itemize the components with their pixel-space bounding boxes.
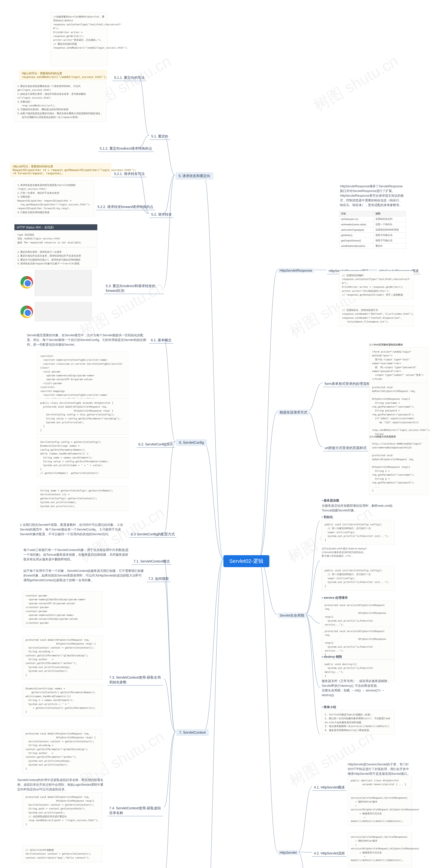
card-5-2-points: 1.请求转发是在服务器内部完成页面/Servlet的跳转(login_succe… [14,181,94,217]
node-6-2[interactable]: 6.2. ServletConfig演示 [137,441,175,448]
card-http-2: service(ServletRequest,ServletResponse) … [348,832,412,865]
node-5-2-1[interactable]: 5.2.1. 请求转发写法 [112,171,146,177]
table-cell: 设置响应状态码 [374,216,406,222]
node-5-1-1[interactable]: 5.1.1. 重定向的写法 [112,75,146,81]
table-cell: 获取字节输出流 [374,238,406,243]
life-t1: • 初始化 [322,515,333,519]
card-7-5a: // 在ServletA中放数据 ServletContext context … [23,845,102,862]
th-method: 方法 [339,211,374,216]
heading-ways-1: 2.1 Web应用服务器响应的整体 [369,343,414,346]
card-life-1: public void init(ServletConfig config){ … [322,520,395,545]
life-c3b: 服务器关闭（正常关闭），或应用从服务器移除，Servlet即执行destroy(… [322,679,395,698]
th-desc: 说明 [374,211,406,216]
text-6-intro: Servlet规范需要的对象。在Servlet规范中，允许为每个Servlet都… [27,333,146,347]
table-row: setStatus(int sc)设置响应状态码 [339,216,406,222]
card-http-1c: service(ServletRequest,ServletResponse) … [348,793,412,826]
branch-7[interactable]: 7. ServletContext [176,729,209,736]
table-cell: 获取字符输出流 [374,232,406,238]
life-t3: • destroy 销毁 [322,654,342,659]
http-404-banner: HTTP Status 404 – 未找到 [14,224,97,230]
table-row: getWriter()获取字符输出流 [339,232,406,238]
card-life-2b: protected void service(HttpServletReques… [322,627,395,659]
card-7-3c: Enumeration<String> names = getServletCo… [23,684,102,716]
card-6-d: String name = getServletConfig().getServ… [37,486,128,511]
card-ways-c: http://localhost:8080/web02/login?userna… [369,439,428,495]
branch-httpservlet[interactable]: HttpServlet [277,850,299,855]
node-6-3[interactable]: 6.3 ServletConfig的配置方式 [129,531,177,538]
card-5-top: //创建需要的Servlet继承HttpServlet，重写doGet/doPo… [50,12,107,66]
life-note1: 也可以在web.xml中通过<load-on-startup> 让Servlet… [322,547,395,558]
card-life-3: public void destroy(){ System.out.printl… [322,660,395,681]
card-5-compare: 1.重定向两次请求，请求转发只一次请求 2.重定向地址栏会发生改变，请求转发地址… [14,247,97,268]
table-row: setContentType(type)设置响应的MIME类型 [339,227,406,232]
table-cell: 重定向 [374,243,406,249]
note-5-forward-l1: //核心的写法：需要跳转到的位置 [13,165,53,168]
card-life-4: 1. Servlet对象是Tomcat创建的（反射）。 2. 默认第一次访问创建… [322,710,395,735]
card-7-3d: protected void doGet(HttpServletRequest … [23,729,102,773]
life-t4: • 简单小结 [322,705,336,710]
node-5-2[interactable]: 5.2. 请求转发 [149,212,174,218]
node-ways-form[interactable]: form表单形式登录的处理流程 [323,381,372,387]
card-life-1b: public void init(ServletConfig config){ … [322,566,395,591]
branch-response[interactable]: HttpServletResponse [277,268,314,273]
card-http-1b: public abstract class HttpServlet extend… [348,776,412,789]
root-node[interactable]: Servlet02-逻辑 [224,555,269,567]
table-cell: setContentType(type) [339,227,374,232]
heading-ways-2: 2.2 url拼接方式实现登录 [369,435,414,438]
branch-lifecycle[interactable]: Servlet生命周期 [277,613,306,619]
life-t0: • 服务器加载 [322,498,395,503]
life-t2: • service 处理请求 [322,595,348,600]
table-cell: getWriter() [339,232,374,238]
table-row: getOutputStream()获取字节输出流 [339,238,406,243]
life-t0b: 当服务器启动并加载部署的应用时，解析web.xml由Tomcat创建Servle… [322,503,395,513]
text-7-2: 由于每个应用中只有一个对象，ServletContext由服务器为我们创建，它不… [24,568,144,583]
text-resp-desc: HttpServletResponse继承了ServletResponse接口并… [340,184,404,208]
text-http-1a: HttpServlet是GenericServlet的子类，专门针对HTTP协议… [348,762,412,776]
text-6-3: 1.当我们想在Servlet中获取，配置参数时，在代码中可以通过此对象。 2.在… [20,523,128,536]
node-5-3[interactable]: 5.3. 重定向redirect和请求转发的forward区别 [104,283,164,294]
card-ways-a: <form action="/web02/login" method="post… [369,347,428,383]
note-5-redirect-l2: response.sendRedirect("/web02/login_succ… [22,75,107,79]
note-5-redirect: //核心的写法：需要跳转到的位置 response.sendRedirect("… [20,70,107,80]
table-cell: 设置一个响应头 [374,222,406,227]
card-5-404-body: type 状态报告 消息 /web02/login_success.html 描… [14,230,97,247]
card-resp-b: // 设置响应的编码 response.setContentType("text… [339,271,414,299]
node-5-2-2[interactable]: 5.2.2. 请求转发forward请求特殊的点 [96,204,155,210]
node-http-1[interactable]: 4.1. HttpServlet概述 [312,784,346,791]
card-7-3a: <context-param> <param-name>globalEncodi… [23,591,102,627]
node-7-4[interactable]: 7.4. ServletContext使用-获取虚拟目录名称 [107,805,163,816]
card-7-4b: protected void doGet(HttpServletRequest … [23,793,102,829]
node-7-1[interactable]: 7.1. ServletContext概念 [132,558,172,565]
node-5-1-2[interactable]: 5.1.2. 重定向redirect请求特殊的点 [98,146,154,152]
card-resp-c: // 设置响应头，控制浏览器行为 response.setHeader("Ref… [339,306,414,327]
table-cell: setStatus(int sc) [339,216,374,222]
node-ways-url[interactable]: url拼接方式登录的页面样式 [323,445,368,452]
note-5-forward: //核心的写法：需要跳转到的位置 RequestDispatcher rd = … [10,163,111,177]
node-6-1[interactable]: 6.1. 基本概念 [149,337,173,344]
table-cell: setHeader(name,value) [339,222,374,227]
table-cell: sendRedirect(location) [339,243,374,249]
diagram-forward [35,302,92,321]
table-row: sendRedirect(location)重定向 [339,243,406,249]
text-7-1: 每个web工程都只有一个ServletContext对象，用于在当前应用中共享数… [24,548,129,562]
node-5-1[interactable]: 5.1. 重定向 [149,133,170,140]
node-http-2[interactable]: 4.2. HttpServlet流程 [312,850,346,857]
note-5-redirect-l1: //核心的写法：需要跳转到的位置 [22,72,62,75]
watermark: 树图 shutu.cn [310,51,402,116]
node-7-2[interactable]: 7.2. 如何获取 [146,576,171,582]
card-6-c: ServletConfig config = getServletConfig(… [37,437,128,478]
table-cell: 设置响应的MIME类型 [374,227,406,232]
chrome-icon-2 [21,306,33,318]
card-http-2b: protected void service(HttpServletReques… [348,866,412,868]
table-row: setHeader(name,value)设置一个响应头 [339,222,406,227]
branch-5[interactable]: 5. 请求转发和重定向 [175,172,213,180]
table-resp-api: 方法 说明 setStatus(int sc)设置响应状态码setHeader(… [339,211,406,249]
card-6-b: public class ServletConfig01 extends Htt… [37,398,128,435]
text-7-4a: ServletContext的作用中还获取虚拟目录名称，即应用的部署名称。虚拟目… [18,778,104,792]
branch-6[interactable]: 6. ServletConfig [176,439,207,446]
branch-ways[interactable]: 根据发送请求方式 [277,409,309,415]
diagram-redirect [35,270,92,296]
node-7-3[interactable]: 7.3. ServletContext使用-获取全局初始化参数 [107,675,163,686]
card-7-3b: protected void doGet(HttpServletRequest … [23,636,102,679]
card-5-1-points: 1.重定向是由浏览器重新发送一个新的请求到URL，方法为get(login_su… [14,82,106,122]
